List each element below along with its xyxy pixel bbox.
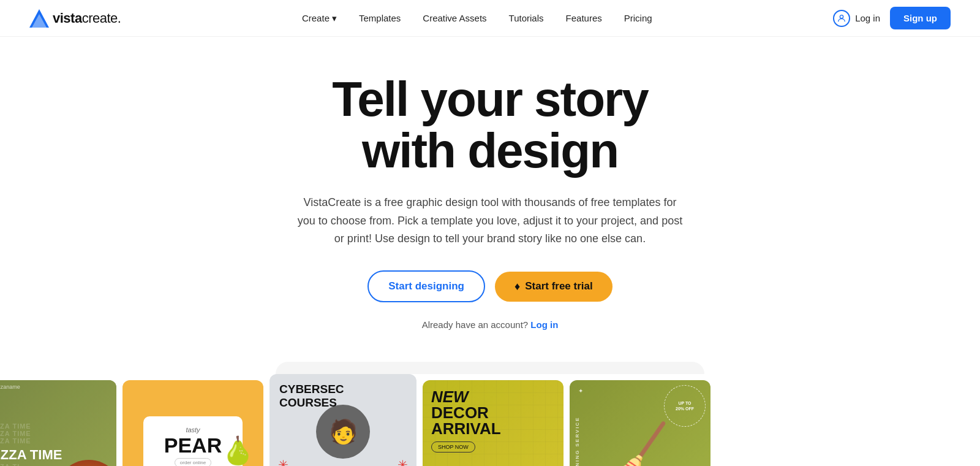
- cybersec-asterisk-right: ✳: [398, 457, 408, 466]
- cleaning-star1: ✦: [578, 388, 583, 394]
- user-avatar-icon: [837, 13, 846, 23]
- cleaning-badge: UP TO20% OFF: [664, 385, 706, 427]
- decor-shop-btn: SHOP NOW: [431, 441, 475, 453]
- start-free-trial-button[interactable]: ♦ Start free trial: [495, 272, 612, 302]
- signup-button[interactable]: Sign up: [890, 7, 951, 29]
- hero-buttons: Start designing ♦ Start free trial: [368, 270, 612, 302]
- decor-new: NEW: [431, 389, 555, 405]
- decor-title1: DECOR: [431, 405, 555, 421]
- card-pizza[interactable]: @pizzaname PIZZA TIME PIZZA TIME PIZZA T…: [0, 380, 116, 466]
- chevron-down-icon: ▾: [332, 13, 337, 24]
- logo-text: vistacreate.: [53, 10, 121, 26]
- nav-links: Create ▾ Templates Creative Assets Tutor…: [302, 13, 652, 24]
- pear-emoji: 🍐: [221, 435, 255, 466]
- start-designing-button[interactable]: Start designing: [368, 270, 485, 302]
- card-cleaning[interactable]: UP TO20% OFF ✦ ✦ 🧹 CLEANING SERVICE: [570, 380, 710, 466]
- nav-item-create[interactable]: Create ▾: [302, 13, 337, 24]
- card-decor[interactable]: NEW DECOR ARRIVAL SHOP NOW 🛋️: [423, 380, 564, 466]
- nav-item-tutorials[interactable]: Tutorials: [509, 13, 544, 23]
- cleaning-label: CLEANING SERVICE: [575, 417, 580, 466]
- cards-showcase: [0, 362, 980, 374]
- template-cards-row: @pizzaname PIZZA TIME PIZZA TIME PIZZA T…: [0, 374, 980, 466]
- card-pear[interactable]: tasty PEAR order online BEST CHOICE 🍐: [123, 380, 263, 466]
- hero-title: Tell your story with design: [332, 74, 647, 177]
- nav-item-creative-assets[interactable]: Creative Assets: [423, 13, 486, 23]
- login-link[interactable]: Log in: [833, 10, 880, 27]
- hero-subtitle: VistaCreate is a free graphic design too…: [294, 194, 686, 248]
- user-icon: [833, 10, 850, 27]
- nav-item-features[interactable]: Features: [566, 13, 602, 23]
- pear-tasty: tasty: [186, 426, 200, 434]
- hero-account-prompt: Already have an account? Log in: [422, 319, 559, 330]
- cybersec-person: 🧑: [316, 405, 370, 459]
- pear-order: order online: [175, 458, 211, 466]
- svg-point-2: [840, 15, 843, 18]
- cleaning-hand-icon: 🧹: [601, 419, 680, 466]
- cybersec-asterisk-left: ✳: [278, 457, 288, 466]
- hero-section: Tell your story with design VistaCreate …: [0, 37, 980, 354]
- logo[interactable]: vistacreate.: [29, 9, 121, 28]
- pizza-image: 🍕: [55, 460, 116, 466]
- nav-item-pricing[interactable]: Pricing: [624, 13, 652, 23]
- logo-icon: [29, 9, 49, 28]
- nav-item-templates[interactable]: Templates: [359, 13, 401, 23]
- diamond-icon: ♦: [514, 280, 520, 293]
- decor-title2: ARRIVAL: [431, 421, 555, 437]
- nav-right: Log in Sign up: [833, 7, 951, 29]
- cybersec-title: CYBERSECCOURSES: [279, 383, 407, 410]
- hero-login-link[interactable]: Log in: [530, 319, 558, 330]
- card-cybersec[interactable]: CYBERSECCOURSES 🧑 ✳ ✳ Learn how to ident…: [270, 374, 417, 466]
- navbar: vistacreate. Create ▾ Templates Creative…: [0, 0, 980, 37]
- pear-title: PEAR: [164, 435, 222, 456]
